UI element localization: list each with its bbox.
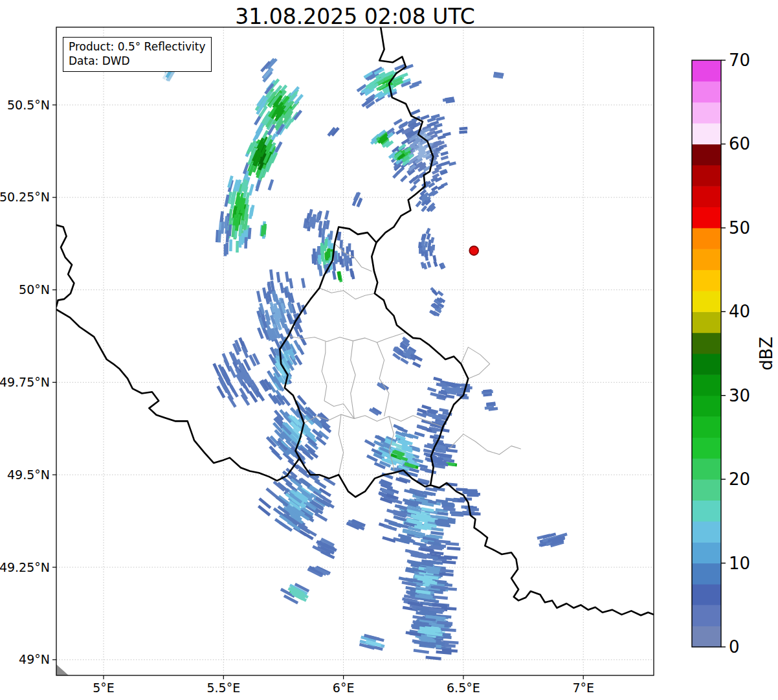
svg-text:7°E: 7°E: [572, 681, 594, 695]
figure-svg: 5°E5.5°E6°E6.5°E7°E50.5°N50.25°N50°N49.7…: [0, 0, 778, 700]
data-source-line: Data: DWD: [69, 54, 206, 68]
svg-text:30: 30: [729, 386, 750, 405]
x-axis-labels: 5°E5.5°E6°E6.5°E7°E: [93, 681, 594, 695]
svg-text:10: 10: [729, 554, 750, 573]
corner-wedge: [56, 664, 69, 675]
svg-text:5.5°E: 5.5°E: [206, 681, 240, 695]
svg-text:40: 40: [729, 302, 750, 321]
svg-text:6.5°E: 6.5°E: [447, 681, 480, 695]
gridlines: [56, 27, 654, 675]
svg-text:50°N: 50°N: [19, 282, 50, 297]
y-axis-ticks: [52, 105, 56, 660]
x-axis-ticks: [104, 675, 583, 679]
svg-text:0: 0: [729, 637, 740, 657]
product-annotation-box: Product: 0.5° Reflectivity Data: DWD: [63, 37, 212, 72]
svg-text:60: 60: [729, 134, 750, 153]
svg-text:5°E: 5°E: [93, 681, 115, 695]
radar-figure: 31.08.2025 02:08 UTC 5°E5.5°E6°E6.5°E7°E…: [0, 0, 778, 700]
colorbar-unit-label: dBZ: [742, 329, 778, 378]
svg-text:50.5°N: 50.5°N: [7, 98, 50, 112]
product-line: Product: 0.5° Reflectivity: [69, 40, 206, 54]
svg-text:70: 70: [729, 51, 750, 70]
svg-text:20: 20: [729, 469, 750, 489]
radar-site-marker: [469, 246, 478, 255]
svg-text:50: 50: [729, 218, 750, 238]
plot-frame: [56, 27, 654, 675]
radar-echoes: [159, 53, 568, 660]
svg-text:49.75°N: 49.75°N: [0, 375, 50, 389]
svg-text:50.25°N: 50.25°N: [0, 190, 50, 204]
svg-text:6°E: 6°E: [333, 681, 355, 695]
svg-text:49°N: 49°N: [19, 652, 50, 666]
svg-text:49.25°N: 49.25°N: [0, 560, 50, 574]
y-axis-labels: 50.5°N50.25°N50°N49.75°N49.5°N49.25°N49°…: [0, 98, 50, 667]
svg-text:49.5°N: 49.5°N: [7, 468, 50, 482]
